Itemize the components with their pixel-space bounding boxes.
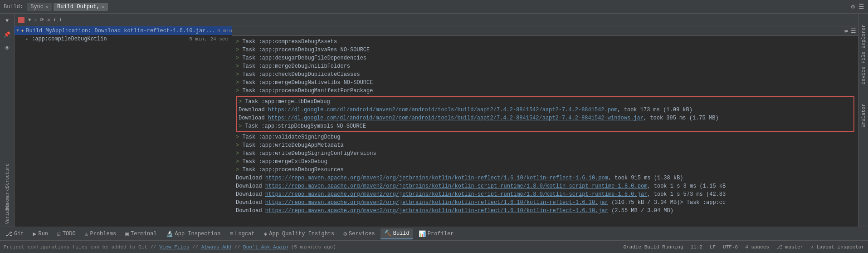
run-tab[interactable]: ▶ Run [29,229,52,239]
log-line-dl3: Download https://repo.maven.apache.org/m… [236,174,854,182]
log-line-download-2: Download https://dl.google.com/dl/androi… [239,114,852,122]
tree-build-time: 5 min, 58 sec [217,28,232,34]
build-panel-title: ▼ ☆ ⟳ ✕ ⬆ ⬇ [28,17,62,23]
build-panel-header: ▼ ☆ ⟳ ✕ ⬆ ⬇ [15,14,858,26]
view-files-link[interactable]: View Files [159,244,189,250]
download-link-4[interactable]: https://repo.maven.apache.org/maven2/org… [265,183,648,189]
position-indicator[interactable]: 11:2 [691,244,702,250]
app-inspection-tab[interactable]: 🔬 App Inspection [162,229,224,239]
structure-label[interactable]: Structure [2,170,13,181]
status-left: Project configurations files can be adde… [4,244,336,250]
app-inspection-icon: 🔬 [166,230,173,238]
sync-tab-close[interactable]: ✕ [45,4,48,10]
app-quality-tab-label: App Quality Insights [269,231,334,237]
build-tab-label: Build [393,230,410,237]
todo-tab[interactable]: ☑ TODO [54,229,79,239]
log-panel-header: ⇌ ☰ [232,26,858,36]
log-panel[interactable]: > Task :app:compressDebugAssets > Task :… [232,36,858,227]
dont-ask-link[interactable]: Don't Ask Again [243,244,288,250]
app-quality-tab[interactable]: ◈ App Quality Insights [260,229,338,239]
run-tab-label: Run [38,231,48,237]
profiler-tab[interactable]: 📊 Profiler [415,229,458,239]
build-tab-icon: 🔨 [384,230,391,237]
highlight-section: > Task :app:mergeLibDexDebug Download ht… [236,96,854,132]
log-line: > Task :app:desugarDebugFileDependencies [236,54,854,62]
build-label: Build: [4,4,23,10]
tree-item-compile[interactable]: ✦ :app:compileDebugKotlin 5 min, 24 sec [15,35,232,43]
menu-icon[interactable]: ☰ [858,3,864,10]
problems-tab-label: Problems [90,231,117,237]
tree-build-label: Build MyApplication: Download kotlin-ref… [26,28,215,34]
charset-indicator[interactable]: UTF-8 [723,244,738,250]
device-file-explorer-label[interactable]: Device File Explorer [860,23,867,86]
git-tab-label: Git [14,231,24,237]
left-sidebar: ▼ 📌 👁 Structure Bookmarks Build Variants [0,14,15,227]
terminal-tab[interactable]: ▣ Terminal [122,229,160,239]
tree-compile-time: 5 min, 24 sec [189,36,230,42]
logcat-icon: ≡ [229,230,233,237]
logcat-tab[interactable]: ≡ Logcat [226,229,258,238]
layout-inspector-btn[interactable]: ↗ Layout inspector [810,244,864,250]
line-ending-indicator[interactable]: LF [710,244,716,250]
log-line: > Task :app:mergeExtDexDebug [236,158,854,166]
services-tab[interactable]: ⚙ Services [340,229,378,239]
wrap-icon[interactable]: ⇌ [844,27,848,35]
expand-icon[interactable]: ▼ [2,15,13,26]
build-tab[interactable]: 🔨 Build [380,228,413,239]
problems-icon: ⚠ [85,230,88,238]
branch-indicator[interactable]: ⎇ master [776,244,803,250]
bottom-tabs: ⎇ Git ▶ Run ☑ TODO ⚠ Problems ▣ Terminal… [0,227,868,240]
log-panel-container: ⇌ ☰ > Task :app:compressDebugAssets > Ta… [232,26,858,227]
eye-icon[interactable]: 👁 [2,43,13,54]
top-bar-left: Build: Sync ✕ Build Output, ✕ [4,3,108,11]
indent-indicator[interactable]: 4 spaces [745,244,769,250]
build-variants-label[interactable]: Build Variants [2,216,13,227]
terminal-icon: ▣ [125,230,129,238]
gradle-status: Gradle Build Running [623,244,683,250]
terminal-tab-label: Terminal [131,231,157,237]
log-line-strip: > Task :app:stripDebugSymbols NO-SOURCE [239,122,852,130]
always-add-link[interactable]: Always Add [201,244,231,250]
status-right: Gradle Build Running 11:2 LF UTF-8 4 spa… [623,244,864,250]
right-sidebar: Device File Explorer Emulator [858,14,868,227]
top-bar: Build: Sync ✕ Build Output, ✕ ⚙ ☰ [0,0,868,14]
problems-tab[interactable]: ⚠ Problems [81,229,120,239]
tree-compile-label: :app:compileDebugKotlin [32,36,107,42]
stop-button[interactable] [18,17,24,23]
download-link-3[interactable]: https://repo.maven.apache.org/maven2/org… [265,175,608,181]
tree-toggle-expand[interactable]: ▼ [16,28,19,33]
git-tab[interactable]: ⎇ Git [2,229,28,239]
log-line: > Task :app:processDebugJavaRes NO-SOURC… [236,46,854,54]
download-link-7[interactable]: https://repo.maven.apache.org/maven2/org… [265,208,608,214]
top-bar-right: ⚙ ☰ [851,3,864,10]
services-tab-label: Services [349,231,375,237]
download-link-1[interactable]: https://dl.google.com/dl/android/maven2/… [268,107,618,113]
todo-tab-label: TODO [63,231,76,237]
download-link-5[interactable]: https://repo.maven.apache.org/maven2/org… [265,191,648,198]
services-icon: ⚙ [343,230,347,238]
log-line: > Task :app:writeDebugAppMetadata [236,141,854,149]
download-link-2[interactable]: https://dl.google.com/dl/android/maven2/… [268,115,644,121]
pin-icon[interactable]: 📌 [2,29,13,40]
download-link-6[interactable]: https://repo.maven.apache.org/maven2/org… [265,199,608,206]
log-line: > Task :app:validateSigningDebug [236,133,854,141]
build-tree-area: ▼ ✦ Build MyApplication: Download kotlin… [15,26,858,227]
log-icons: ⇌ ☰ [844,27,856,35]
settings-icon[interactable]: ⚙ [851,3,855,10]
build-output-tab[interactable]: Build Output, ✕ [54,3,108,11]
sync-tab[interactable]: Sync ✕ [27,3,52,11]
log-line: > Task :app:processDebugResources [236,166,854,174]
compile-icon: ✦ [25,36,28,42]
log-line-download-1: Download https://dl.google.com/dl/androi… [239,106,852,114]
log-line-dl7: Download https://repo.maven.apache.org/m… [236,207,854,215]
git-icon: ⎇ [5,230,12,238]
app-quality-icon: ◈ [263,230,267,238]
tree-item-build[interactable]: ▼ ✦ Build MyApplication: Download kotlin… [15,26,232,35]
emulator-label[interactable]: Emulator [860,102,867,129]
scroll-icon[interactable]: ☰ [851,27,856,35]
profiler-icon: 📊 [419,230,426,238]
log-line: > Task :app:mergeDebugNativeLibs NO-SOUR… [236,79,854,87]
build-output-tab-close[interactable]: ✕ [102,4,104,10]
build-icon: ✦ [21,27,24,34]
notification-text: Project configurations files can be adde… [4,244,336,250]
